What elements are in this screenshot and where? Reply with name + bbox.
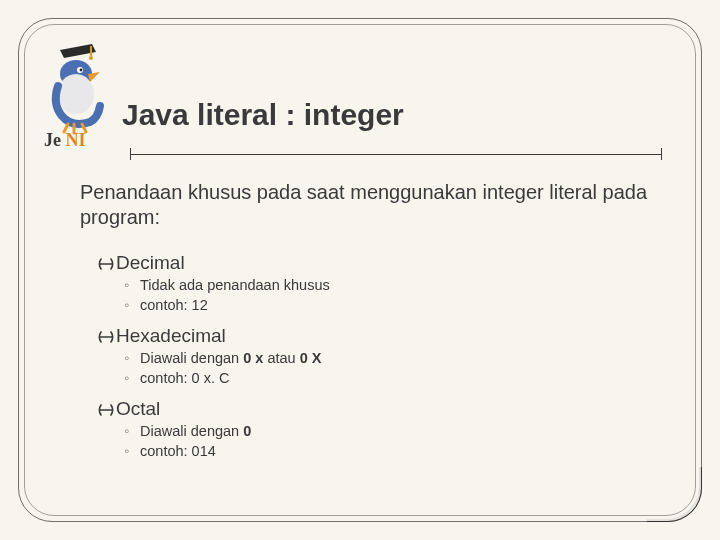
- slide-title: Java literal : integer: [122, 98, 404, 132]
- ring-bullet-icon: ◦: [124, 276, 140, 296]
- section-heading-hex: Hexadecimal: [102, 325, 660, 347]
- section-heading-label: Decimal: [116, 252, 185, 273]
- section-heading-octal: Octal: [102, 398, 660, 420]
- intro-text: Penandaan khusus pada saat menggunakan i…: [80, 180, 660, 230]
- ring-bullet-icon: ◦: [124, 442, 140, 462]
- item-text: contoh: 014: [140, 443, 216, 459]
- item-text: contoh: 0 x. C: [140, 370, 229, 386]
- section-heading-label: Hexadecimal: [116, 325, 226, 346]
- slide-body: Penandaan khusus pada saat menggunakan i…: [80, 180, 660, 471]
- ring-bullet-icon: ◦: [124, 296, 140, 316]
- slide: Je NI Java literal : integer Penandaan k…: [0, 0, 720, 540]
- pisces-bullet-icon: [98, 325, 116, 347]
- section-heading-decimal: Decimal: [102, 252, 660, 274]
- item-text: Tidak ada penandaan khusus: [140, 277, 330, 293]
- item-text: Diawali dengan 0 x atau 0 X: [140, 350, 321, 366]
- title-rule: [122, 148, 670, 162]
- ring-bullet-icon: ◦: [124, 349, 140, 369]
- section-items-octal: ◦ Diawali dengan 0 ◦ contoh: 014: [124, 422, 660, 461]
- pisces-bullet-icon: [98, 398, 116, 420]
- section-heading-label: Octal: [116, 398, 160, 419]
- pisces-bullet-icon: [98, 252, 116, 274]
- item-text: Diawali dengan 0: [140, 423, 251, 439]
- section-items-hex: ◦ Diawali dengan 0 x atau 0 X ◦ contoh: …: [124, 349, 660, 388]
- ring-bullet-icon: ◦: [124, 422, 140, 442]
- item-text: contoh: 12: [140, 297, 208, 313]
- section-items-decimal: ◦ Tidak ada penandaan khusus ◦ contoh: 1…: [124, 276, 660, 315]
- ring-bullet-icon: ◦: [124, 369, 140, 389]
